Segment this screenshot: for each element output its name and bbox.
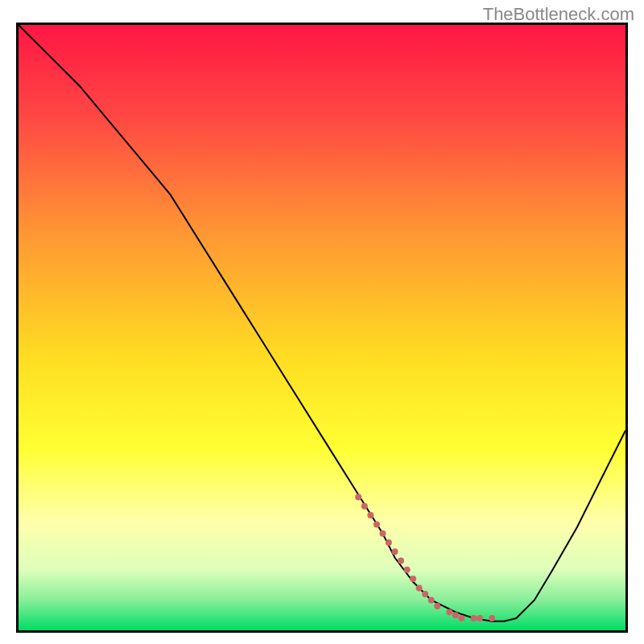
watermark-text: TheBottleneck.com xyxy=(483,4,634,25)
highlight-dot xyxy=(379,530,386,537)
highlight-dot xyxy=(422,591,428,597)
highlight-dot xyxy=(392,548,398,555)
highlight-dot xyxy=(410,576,416,582)
highlight-dot xyxy=(471,615,477,621)
highlight-dot xyxy=(361,503,368,510)
highlight-dot xyxy=(428,597,435,603)
plot-area xyxy=(16,23,628,633)
highlight-dot xyxy=(489,615,495,621)
highlight-dot xyxy=(446,609,452,615)
highlight-dot xyxy=(386,539,392,546)
highlight-dot xyxy=(434,603,440,609)
curve-overlay xyxy=(19,25,625,630)
highlight-dot xyxy=(416,584,423,591)
highlight-dot xyxy=(477,615,483,621)
highlight-dot xyxy=(452,612,459,618)
highlight-dot xyxy=(355,494,361,501)
highlight-dot xyxy=(458,615,464,621)
highlight-dot xyxy=(374,521,380,527)
bottleneck-curve-path xyxy=(19,25,625,621)
highlight-dot xyxy=(398,558,404,564)
highlight-dot xyxy=(367,512,374,518)
highlight-dot xyxy=(404,567,411,573)
chart-container: TheBottleneck.com xyxy=(0,0,644,644)
